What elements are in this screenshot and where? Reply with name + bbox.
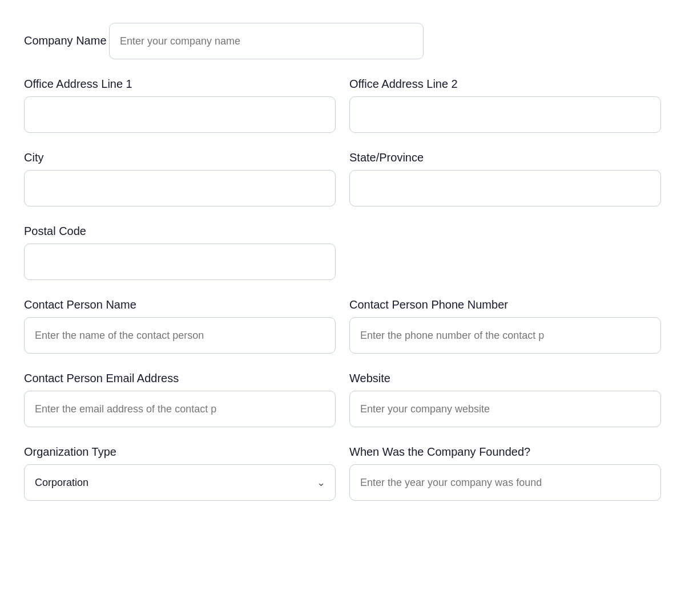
state-province-input[interactable] [349,170,661,206]
year-founded-label: When Was the Company Founded? [349,445,661,459]
website-input[interactable] [349,391,661,427]
org-type-year-row: Organization Type Corporation LLC Partne… [24,445,661,501]
organization-type-label: Organization Type [24,445,336,459]
organization-type-select[interactable]: Corporation LLC Partnership Sole Proprie… [24,464,336,501]
city-state-row: City State/Province [24,151,661,206]
company-name-label: Company Name [24,34,107,47]
address-row: Office Address Line 1 Office Address Lin… [24,78,661,133]
organization-type-group: Organization Type Corporation LLC Partne… [24,445,336,501]
contact-name-phone-row: Contact Person Name Contact Person Phone… [24,298,661,354]
contact-person-phone-group: Contact Person Phone Number [349,298,661,354]
city-input[interactable] [24,170,336,206]
office-address-1-input[interactable] [24,96,336,133]
website-group: Website [349,372,661,427]
website-label: Website [349,372,661,385]
postal-code-group: Postal Code [24,225,336,280]
office-address-1-group: Office Address Line 1 [24,78,336,133]
office-address-2-group: Office Address Line 2 [349,78,661,133]
office-address-2-input[interactable] [349,96,661,133]
state-province-group: State/Province [349,151,661,206]
contact-email-label: Contact Person Email Address [24,372,336,385]
city-group: City [24,151,336,206]
contact-person-name-input[interactable] [24,317,336,354]
company-name-section: Company Name [24,23,661,59]
state-province-label: State/Province [349,151,661,164]
office-address-2-label: Office Address Line 2 [349,78,661,91]
contact-email-group: Contact Person Email Address [24,372,336,427]
postal-code-input[interactable] [24,244,336,280]
office-address-1-label: Office Address Line 1 [24,78,336,91]
postal-code-row: Postal Code [24,225,661,280]
contact-person-phone-label: Contact Person Phone Number [349,298,661,311]
contact-person-name-group: Contact Person Name [24,298,336,354]
postal-code-label: Postal Code [24,225,336,238]
contact-email-input[interactable] [24,391,336,427]
city-label: City [24,151,336,164]
email-website-row: Contact Person Email Address Website [24,372,661,427]
year-founded-group: When Was the Company Founded? [349,445,661,501]
organization-type-select-wrapper: Corporation LLC Partnership Sole Proprie… [24,464,336,501]
company-name-input[interactable] [109,23,424,59]
contact-person-phone-input[interactable] [349,317,661,354]
year-founded-input[interactable] [349,464,661,501]
contact-person-name-label: Contact Person Name [24,298,336,311]
